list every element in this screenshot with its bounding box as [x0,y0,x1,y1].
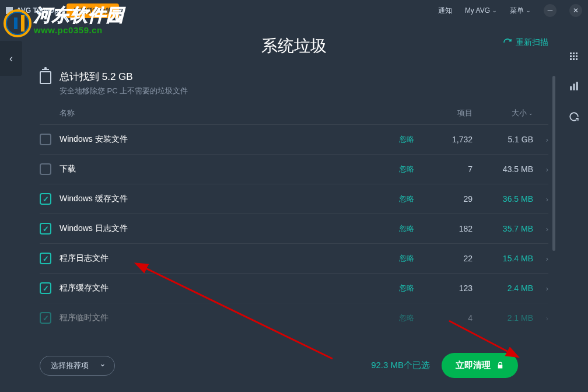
trash-icon [40,71,51,84]
row-name: 下载 [60,164,386,174]
chevron-right-icon: › [533,165,548,174]
refresh-icon [503,38,512,47]
chevron-right-icon: › [533,254,548,263]
lock-icon [496,362,504,369]
scrollbar[interactable] [552,76,555,280]
table-row[interactable]: 程序日志文件忽略2215.4 MB› [40,243,548,273]
myavg-link[interactable]: My AVG ⌄ [465,6,497,15]
summary-title: 总计找到 5.2 GB [60,70,188,83]
row-checkbox[interactable] [40,193,51,205]
undo-icon [569,111,579,122]
close-button[interactable]: ✕ [569,4,582,17]
app-name: AVG TuneUp [16,6,58,15]
apps-grid-button[interactable] [559,42,587,70]
ignore-link[interactable]: 忽略 [399,313,414,322]
row-items: 4 [427,313,473,323]
col-items-header: 项目 [427,108,473,118]
ignore-link[interactable]: 忽略 [399,135,414,144]
stats-button[interactable] [559,72,587,100]
row-name: Windows 日志文件 [60,223,386,234]
summary-block: 总计找到 5.2 GB 安全地移除您 PC 上不需要的垃圾文件 [0,70,588,100]
row-size: 15.4 MB [473,254,533,263]
notifications-link[interactable]: 通知 [438,6,452,16]
clean-now-button[interactable]: 立即清理 [442,353,518,378]
right-sidebar [558,37,588,392]
chevron-right-icon: › [533,284,548,293]
row-items: 29 [427,194,473,204]
ignore-link[interactable]: 忽略 [399,254,414,262]
ignore-link[interactable]: 忽略 [399,194,414,203]
history-button[interactable] [559,103,587,131]
table-row[interactable]: 程序临时文件忽略42.1 MB› [40,303,548,332]
chevron-right-icon: › [533,195,548,204]
col-name-header: 名称 [60,108,386,118]
summary-subtitle: 安全地移除您 PC 上不需要的垃圾文件 [60,86,188,96]
select-preset-dropdown[interactable]: 选择推荐项 [40,356,115,376]
table-header: 名称 项目 大小⌄ [40,100,548,124]
menu-link[interactable]: 菜单 ⌄ [510,6,531,16]
app-logo-icon [6,7,13,14]
table-row[interactable]: 下载忽略743.5 MB› [40,154,548,184]
page-title: 系统垃圾 [0,35,588,57]
row-size: 35.7 MB [473,224,533,233]
ignore-link[interactable]: 忽略 [399,164,414,173]
grid-icon [570,52,578,60]
ignore-link[interactable]: 忽略 [399,224,414,233]
row-size: 36.5 MB [473,194,533,204]
row-items: 1,732 [427,135,473,144]
row-size: 5.1 GB [473,135,533,144]
chevron-down-icon: ⌄ [492,8,497,13]
table-row[interactable]: Windows 缓存文件忽略2936.5 MB› [40,184,548,214]
row-size: 2.1 MB [473,313,533,323]
row-checkbox[interactable] [40,134,51,145]
unlock-button[interactable]: 解锁所有功能 [66,4,119,18]
table-row[interactable]: Windows 安装文件忽略1,7325.1 GB› [40,124,548,154]
svg-rect-0 [570,86,572,90]
table-row[interactable]: Windows 日志文件忽略18235.7 MB› [40,214,548,243]
row-checkbox[interactable] [40,223,51,235]
row-size: 2.4 MB [473,284,533,293]
chevron-right-icon: › [533,225,548,233]
minimize-button[interactable]: ─ [544,4,556,17]
app-logo-block: AVG TuneUp [6,6,58,15]
bars-icon [569,81,579,92]
row-size: 43.5 MB [473,164,533,174]
rescan-button[interactable]: 重新扫描 [503,37,548,48]
chevron-right-icon: › [533,314,548,323]
row-items: 7 [427,164,473,174]
ignore-link[interactable]: 忽略 [399,284,414,292]
row-name: 程序日志文件 [60,253,386,264]
table-row[interactable]: 程序缓存文件忽略1232.4 MB› [40,273,548,303]
chevron-down-icon: ⌄ [526,8,531,13]
chevron-right-icon: › [533,135,548,144]
row-name: Windows 缓存文件 [60,194,386,204]
row-name: 程序缓存文件 [60,283,386,293]
row-items: 22 [427,254,473,263]
row-name: 程序临时文件 [60,313,386,323]
row-checkbox[interactable] [40,163,51,175]
row-name: Windows 安装文件 [60,134,386,145]
selected-size-label: 92.3 MB个已选 [371,360,430,371]
junk-table: 名称 项目 大小⌄ Windows 安装文件忽略1,7325.1 GB›下载忽略… [0,100,588,332]
svg-rect-2 [576,82,578,90]
col-size-header[interactable]: 大小⌄ [473,108,533,118]
svg-rect-1 [573,84,575,90]
row-checkbox[interactable] [40,312,51,324]
row-checkbox[interactable] [40,282,51,294]
row-items: 182 [427,224,473,233]
chevron-down-icon: ⌄ [528,110,533,116]
row-items: 123 [427,284,473,293]
footer-bar: 选择推荐项 92.3 MB个已选 立即清理 [0,342,558,392]
title-bar: AVG TuneUp 解锁所有功能 通知 My AVG ⌄ 菜单 ⌄ ─ ✕ [0,0,588,21]
row-checkbox[interactable] [40,253,51,264]
